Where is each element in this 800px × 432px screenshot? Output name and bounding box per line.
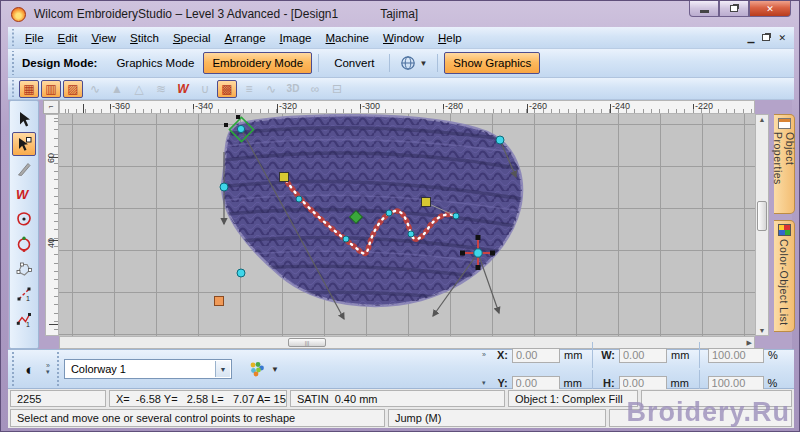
- circle-tool[interactable]: [12, 232, 36, 256]
- toolbar-overflow[interactable]: ▾: [482, 380, 486, 386]
- h-label: H:: [601, 377, 615, 389]
- knife-icon: [15, 160, 33, 178]
- vertical-scrollbar-thumb[interactable]: [757, 201, 767, 231]
- hoop-globe-button[interactable]: ▼: [396, 53, 431, 73]
- tab-color-object-list[interactable]: Color-Object List: [774, 220, 795, 332]
- run-stitch-icon[interactable]: ∪: [195, 80, 215, 98]
- motif-fill-icon[interactable]: ▥: [41, 80, 61, 98]
- run-digitize-tool[interactable]: 1: [12, 282, 36, 306]
- colorway-select[interactable]: Colorway 1 ▼: [64, 359, 232, 379]
- scale-x-input[interactable]: [708, 348, 764, 363]
- closed-shape-tool[interactable]: [12, 207, 36, 231]
- palette-dropdown-caret[interactable]: ▼: [271, 365, 279, 374]
- triple-run-tool[interactable]: 1: [12, 307, 36, 331]
- anchor-handle[interactable]: [215, 297, 224, 306]
- tatami-fill-icon[interactable]: ▦: [19, 80, 39, 98]
- menu-arrange[interactable]: Arrange: [218, 30, 273, 46]
- edge-node[interactable]: [220, 183, 228, 191]
- stitch-count: 2255: [10, 390, 106, 407]
- x-input[interactable]: [512, 348, 560, 363]
- zigzag-run-icon: 1: [15, 310, 33, 328]
- menu-view[interactable]: View: [84, 30, 123, 46]
- menu-machine[interactable]: Machine: [319, 30, 376, 46]
- reshape-object-tool[interactable]: [12, 257, 36, 281]
- satin-stitch-icon[interactable]: ▲: [107, 80, 127, 98]
- restore-button[interactable]: [719, 1, 749, 17]
- select-tool[interactable]: [12, 107, 36, 131]
- embroidery-mode-button[interactable]: Embroidery Mode: [203, 52, 312, 74]
- palette-icon: [249, 361, 265, 377]
- embroidery-design: [59, 114, 755, 336]
- menu-special[interactable]: Special: [166, 30, 218, 46]
- toolbar-grip[interactable]: [10, 51, 15, 75]
- contour-stitch-icon[interactable]: ∿: [85, 80, 105, 98]
- transform-panel: » X: mm W: mm % ▾ Y: mm: [478, 342, 794, 396]
- stitch-lines-icon[interactable]: ≡: [239, 80, 259, 98]
- zigzag-stitch-icon[interactable]: ≋: [151, 80, 171, 98]
- entry-point-handle[interactable]: [280, 173, 289, 182]
- stemstitch-icon[interactable]: W: [173, 80, 193, 98]
- wave-effect-icon[interactable]: ∿: [261, 80, 281, 98]
- reshape-arrow-icon: [15, 135, 33, 153]
- menu-image[interactable]: Image: [273, 30, 319, 46]
- fancy-fill-icon[interactable]: ▨: [63, 80, 83, 98]
- closed-shape-icon: [15, 210, 33, 228]
- edge-node[interactable]: [237, 269, 245, 277]
- 3d-effect-icon[interactable]: 3D: [283, 80, 303, 98]
- stitch-type-info: SATIN 0.40 mm: [290, 390, 505, 407]
- ruler-origin-box[interactable]: ⌐: [43, 100, 59, 114]
- toolbar-grip[interactable]: [10, 80, 15, 97]
- status-spare-cell: [641, 390, 792, 407]
- tab-object-properties[interactable]: Object Properties: [774, 114, 795, 214]
- mdi-close-icon[interactable]: ✕: [778, 33, 786, 43]
- toolbar-grip[interactable]: [10, 352, 15, 386]
- horizontal-scrollbar-thumb[interactable]: [288, 338, 326, 347]
- menu-stitch[interactable]: Stitch: [123, 30, 166, 46]
- combo-dropdown-icon[interactable]: ▼: [215, 361, 230, 377]
- menu-edit[interactable]: Edit: [51, 30, 85, 46]
- node-polygon-icon: [15, 260, 33, 278]
- scroll-down-icon[interactable]: ▼: [756, 327, 768, 334]
- menu-help[interactable]: Help: [431, 30, 469, 46]
- convert-button[interactable]: Convert: [325, 52, 383, 74]
- pointer-coordinates: X= -6.58 Y= 2.58 L= 7.07 A= 158.56: [109, 390, 287, 407]
- knife-tool[interactable]: [12, 157, 36, 181]
- w-input[interactable]: [619, 348, 667, 363]
- svg-text:W: W: [16, 187, 30, 202]
- menu-window[interactable]: Window: [376, 30, 431, 46]
- w-unit: mm: [671, 349, 691, 361]
- close-button[interactable]: ✕: [749, 1, 791, 17]
- toolbar-grip[interactable]: [56, 352, 61, 386]
- toolbar-overflow[interactable]: »▾: [46, 363, 50, 375]
- current-tool-status: Jump (M): [388, 409, 606, 427]
- satin-special-icon[interactable]: △: [129, 80, 149, 98]
- lettering-tool[interactable]: W: [12, 182, 36, 206]
- color-palette-button[interactable]: [246, 359, 268, 379]
- scroll-up-icon[interactable]: ▲: [756, 116, 768, 123]
- graphics-mode-button[interactable]: Graphics Mode: [107, 52, 203, 74]
- pattern-stamp-icon[interactable]: ▩: [217, 80, 237, 98]
- edge-node[interactable]: [496, 136, 504, 144]
- hruler-label: -360: [112, 101, 130, 111]
- stitch-texture: [209, 114, 539, 319]
- show-graphics-button[interactable]: Show Graphics: [444, 52, 540, 74]
- design-canvas[interactable]: [59, 114, 755, 336]
- mdi-minimize-icon[interactable]: ▁: [748, 33, 755, 43]
- vertical-scrollbar[interactable]: ▲ ▼: [755, 114, 769, 336]
- exit-point-handle[interactable]: [422, 198, 431, 207]
- reshape-tool[interactable]: [12, 132, 36, 156]
- design-view-icon[interactable]: ◐: [18, 357, 42, 381]
- globe-dropdown-caret[interactable]: ▼: [419, 59, 427, 68]
- toolbar-overflow[interactable]: »: [482, 352, 486, 358]
- minimize-button[interactable]: [689, 1, 719, 17]
- menu-file[interactable]: File: [18, 30, 51, 46]
- toolbar-grip[interactable]: [10, 29, 15, 46]
- stereo-view-icon[interactable]: ∞: [305, 80, 325, 98]
- mdi-restore-icon[interactable]: [762, 33, 770, 43]
- x-unit: mm: [564, 349, 584, 361]
- basket-weave-icon[interactable]: ⊟: [327, 80, 347, 98]
- hruler-label: -220: [695, 101, 713, 111]
- status-bar-bottom: Select and move one or several control p…: [8, 408, 794, 428]
- object-properties-icon: [778, 118, 791, 129]
- status-spare-cell-2: [609, 409, 792, 427]
